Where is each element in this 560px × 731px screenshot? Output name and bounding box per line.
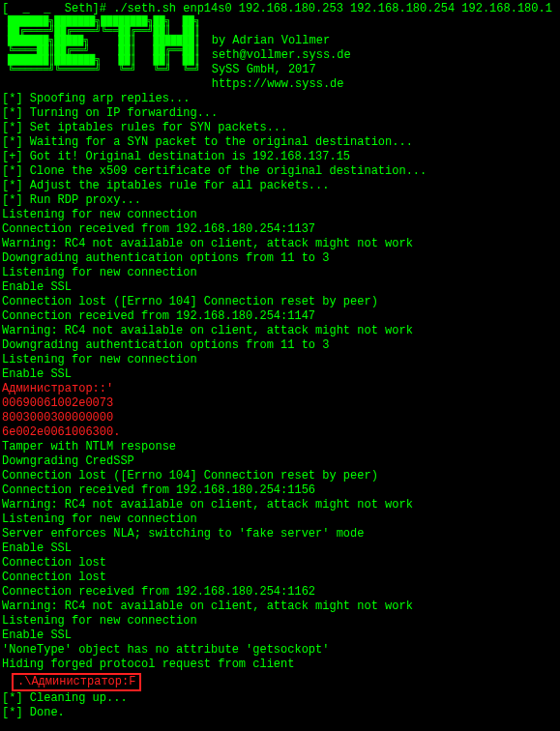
log-line: Connection lost [2, 570, 558, 585]
seth-ascii-logo: ███████╗███████╗████████╗██╗ ██╗ ██╔════… [2, 16, 200, 74]
log-line: [*] Waiting for a SYN packet to the orig… [2, 135, 558, 150]
log-line: [*] Set iptables rules for SYN packets..… [2, 121, 558, 135]
log-line: 'NoneType' object has no attribute 'gets… [2, 643, 558, 658]
log-line: Warning: RC4 not available on client, at… [2, 498, 558, 512]
log-line: Connection received from 192.168.180.254… [2, 309, 558, 324]
log-line: Connection lost ([Errno 104] Connection … [2, 469, 558, 483]
captured-creds-box: .\Администратор:F [2, 672, 558, 691]
log-line: Enable SSL [2, 280, 558, 295]
log-line: Warning: RC4 not available on client, at… [2, 599, 558, 614]
log-line: Enable SSL [2, 541, 558, 556]
log-line: [*] Cleaning up... [2, 691, 558, 706]
log-line: [*] Run RDP proxy... [2, 193, 558, 208]
log-line: Warning: RC4 not available on client, at… [2, 237, 558, 251]
creds-line: Администратор::' [2, 382, 558, 396]
log-line: [*] Turning on IP forwarding... [2, 106, 558, 121]
log-line: Server enforces NLA; switching to 'fake … [2, 527, 558, 541]
log-line: [*] Adjust the iptables rule for all pac… [2, 179, 558, 193]
hash-line: 8003000300000000 [2, 411, 558, 425]
log-line: Connection received from 192.168.180.254… [2, 585, 558, 599]
shell-prompt: [ _ _ Seth]# ./seth.sh enp14s0 192.168.1… [2, 2, 558, 16]
log-line: Warning: RC4 not available on client, at… [2, 324, 558, 338]
log-line: Connection lost ([Errno 104] Connection … [2, 295, 558, 309]
hash-line: 00690061002e0073 [2, 396, 558, 411]
hash-line: 6e002e0061006300. [2, 425, 558, 440]
credits-email: seth@vollmer.syss.de [212, 48, 351, 63]
log-line: Listening for new connection [2, 512, 558, 527]
log-line: Downgrading authentication options from … [2, 251, 558, 266]
credits-org: SySS GmbH, 2017 [212, 63, 351, 77]
log-line: Downgrading CredSSP [2, 454, 558, 469]
log-line: Listening for new connection [2, 208, 558, 222]
log-line: Tamper with NTLM response [2, 440, 558, 454]
credits-block: by Adrian Vollmer seth@vollmer.syss.de S… [200, 16, 351, 92]
log-line: Enable SSL [2, 367, 558, 382]
log-line: Enable SSL [2, 629, 558, 643]
log-line: Listening for new connection [2, 266, 558, 280]
log-line: Connection received from 192.168.180.254… [2, 483, 558, 498]
credits-author: by Adrian Vollmer [212, 34, 351, 48]
captured-creds: .\Администратор:F [12, 673, 141, 691]
log-line: [+] Got it! Original destination is 192.… [2, 150, 558, 164]
banner: ███████╗███████╗████████╗██╗ ██╗ ██╔════… [2, 16, 558, 92]
log-line: [*] Clone the x509 certificate of the or… [2, 164, 558, 179]
log-line: Connection received from 192.168.180.254… [2, 222, 558, 237]
log-line: Downgrading authentication options from … [2, 338, 558, 353]
log-line: Connection lost [2, 556, 558, 570]
log-line: Listening for new connection [2, 614, 558, 629]
log-line: [*] Spoofing arp replies... [2, 92, 558, 106]
log-line: Listening for new connection [2, 353, 558, 367]
log-line: Hiding forged protocol request from clie… [2, 658, 558, 672]
credits-url: https://www.syss.de [212, 77, 351, 92]
log-line: [*] Done. [2, 706, 558, 720]
